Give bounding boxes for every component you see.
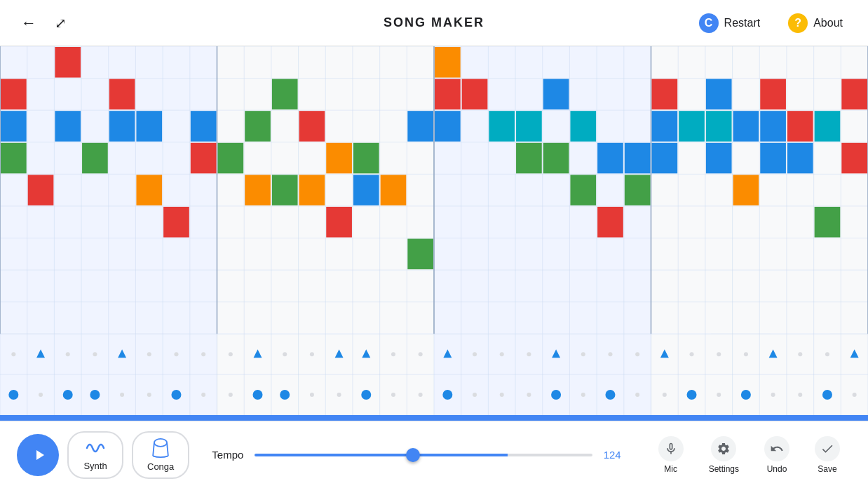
grid-container[interactable]	[0, 46, 868, 415]
undo-label: Undo	[767, 464, 787, 474]
about-icon: ?	[788, 13, 808, 33]
svg-point-0	[154, 438, 167, 446]
mic-icon	[664, 442, 678, 456]
save-icon-circle	[815, 436, 840, 461]
tempo-value: 124	[604, 449, 625, 461]
page-title: SONG MAKER	[384, 15, 484, 30]
tempo-label: Tempo	[212, 449, 243, 461]
mic-button[interactable]: Mic	[647, 431, 695, 480]
tempo-slider[interactable]	[255, 454, 592, 456]
header-left: ← ⤢	[17, 10, 67, 36]
about-button[interactable]: ? About	[780, 9, 851, 37]
settings-label: Settings	[709, 464, 739, 474]
back-button[interactable]: ←	[17, 10, 41, 36]
save-label: Save	[818, 464, 836, 474]
svg-line-1	[153, 442, 154, 456]
synth-button[interactable]: Synth	[67, 431, 123, 479]
move-icon[interactable]: ⤢	[55, 15, 67, 32]
settings-icon-circle	[711, 436, 736, 461]
mic-label: Mic	[664, 464, 677, 474]
tempo-section: Tempo 124	[212, 449, 624, 461]
restart-icon: C	[699, 13, 719, 33]
conga-icon	[150, 438, 171, 459]
settings-button[interactable]: Settings	[698, 431, 750, 480]
save-icon	[820, 442, 834, 456]
play-button[interactable]	[17, 434, 59, 476]
header: ← ⤢ SONG MAKER C Restart ? About	[0, 0, 868, 46]
song-grid[interactable]	[0, 46, 868, 415]
synth-icon	[84, 438, 107, 458]
about-label: About	[813, 17, 843, 29]
undo-button[interactable]: Undo	[753, 431, 801, 480]
play-icon	[31, 447, 48, 463]
mic-icon-circle	[658, 436, 684, 461]
restart-label: Restart	[724, 17, 761, 29]
save-button[interactable]: Save	[803, 431, 851, 480]
svg-line-2	[167, 442, 168, 456]
restart-button[interactable]: C Restart	[691, 9, 769, 37]
conga-label: Conga	[147, 461, 174, 472]
undo-icon-circle	[764, 436, 789, 461]
toolbar: Synth Conga Tempo 124 Mic	[0, 421, 868, 488]
header-right: C Restart ? About	[691, 9, 851, 37]
conga-button[interactable]: Conga	[132, 431, 189, 479]
right-controls: Mic Settings Undo	[647, 431, 851, 480]
undo-icon	[770, 442, 784, 456]
settings-icon	[717, 442, 731, 456]
synth-label: Synth	[83, 461, 107, 471]
playback-bar	[0, 415, 868, 421]
